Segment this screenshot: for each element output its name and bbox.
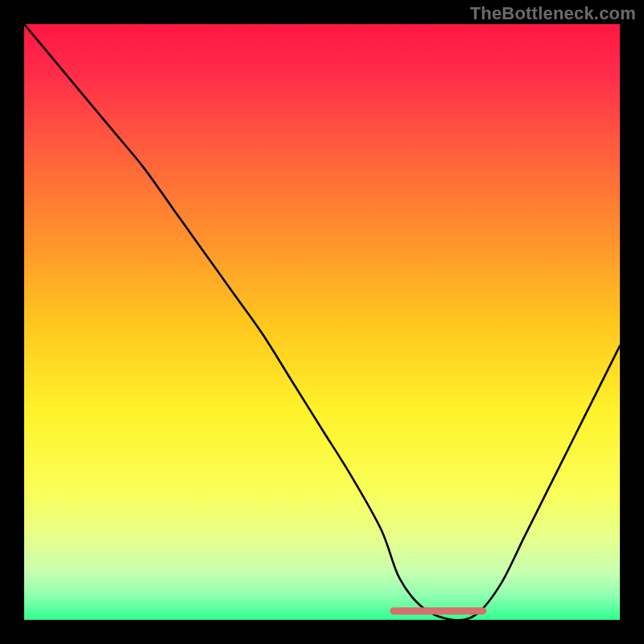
chart-svg: [24, 24, 620, 620]
gradient-background: [24, 24, 620, 620]
watermark-text: TheBottleneck.com: [470, 3, 636, 24]
chart-plot: [24, 24, 620, 620]
chart-frame: TheBottleneck.com: [0, 0, 644, 644]
